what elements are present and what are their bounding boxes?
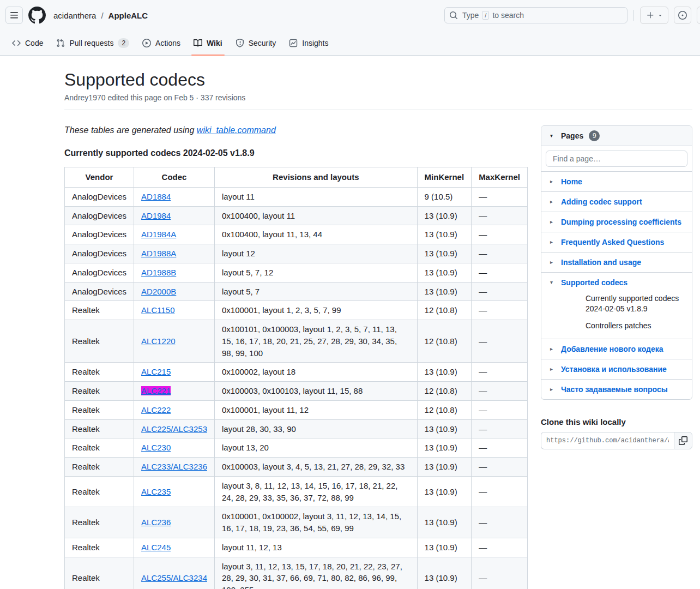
sidebar-page-link[interactable]: Frequently Asked Questions bbox=[561, 238, 664, 247]
find-a-page-input[interactable] bbox=[546, 151, 687, 167]
wiki-table-command-link[interactable]: wiki_table.command bbox=[197, 125, 276, 135]
chevron-down-icon[interactable]: ▾ bbox=[550, 280, 556, 285]
issues-button[interactable] bbox=[674, 7, 691, 24]
codec-link[interactable]: AD1884 bbox=[141, 192, 171, 201]
codec-cell: AD1988A bbox=[134, 244, 215, 263]
sidebar-page-item[interactable]: ▸Home bbox=[541, 172, 692, 192]
codec-cell: ALC215 bbox=[134, 363, 215, 382]
codec-link[interactable]: ALC235 bbox=[141, 487, 171, 496]
codec-link[interactable]: ALC1220 bbox=[141, 336, 176, 346]
shield-icon bbox=[236, 39, 244, 47]
breadcrumb-owner-link[interactable]: acidanthera bbox=[53, 11, 96, 20]
revisions-cell: layout 11, 12, 13 bbox=[215, 538, 418, 557]
sidebar-page-item[interactable]: ▸Часто задаваемые вопросы bbox=[541, 380, 692, 399]
sidebar-page-link[interactable]: Installation and usage bbox=[561, 258, 641, 267]
chevron-right-icon[interactable]: ▸ bbox=[550, 219, 556, 225]
vendor-cell: Realtek bbox=[65, 538, 134, 557]
codec-link[interactable]: ALC255/ALC3234 bbox=[141, 573, 207, 582]
clone-url-input[interactable] bbox=[541, 432, 674, 449]
table-row: AnalogDevicesAD1988Blayout 5, 7, 1213 (1… bbox=[65, 263, 528, 282]
codec-link[interactable]: ALC221 bbox=[141, 386, 171, 395]
chevron-right-icon[interactable]: ▸ bbox=[550, 387, 556, 392]
sidebar-page-link[interactable]: Adding codec support bbox=[561, 197, 642, 206]
revisions-cell: 0x100101, 0x100003, layout 1, 2, 3, 5, 7… bbox=[215, 320, 418, 363]
codec-link[interactable]: ALC230 bbox=[141, 443, 171, 452]
codec-link[interactable]: ALC215 bbox=[141, 367, 171, 376]
codec-link[interactable]: AD1988B bbox=[141, 268, 176, 277]
tab-insights[interactable]: Insights bbox=[285, 31, 333, 55]
sidebar-sub-item[interactable]: Controllers patches bbox=[586, 321, 683, 331]
sidebar-page-link[interactable]: Dumping processing coefficients bbox=[561, 218, 681, 226]
table-row: RealtekALC245layout 11, 12, 1313 (10.9)— bbox=[65, 538, 528, 557]
pages-search-section bbox=[541, 146, 692, 172]
min-kernel-cell: 13 (10.9) bbox=[417, 263, 472, 282]
pages-panel-header[interactable]: ▾ Pages 9 bbox=[541, 126, 692, 146]
codec-link[interactable]: ALC236 bbox=[141, 518, 171, 527]
tab-pull-requests[interactable]: Pull requests2 bbox=[52, 31, 134, 55]
book-icon bbox=[194, 39, 202, 47]
sidebar-page-item[interactable]: ▾Supported codecsCurrently supported cod… bbox=[541, 273, 692, 339]
header-icon-button-partial[interactable] bbox=[697, 7, 700, 24]
sidebar-page-link[interactable]: Часто задаваемые вопросы bbox=[561, 385, 668, 394]
create-new-button[interactable] bbox=[640, 7, 668, 24]
vendor-cell: AnalogDevices bbox=[65, 187, 134, 206]
tab-security[interactable]: Security bbox=[231, 31, 281, 55]
column-header: Codec bbox=[134, 167, 215, 188]
tab-actions[interactable]: Actions bbox=[138, 31, 185, 55]
codec-link[interactable]: AD1988A bbox=[141, 249, 176, 258]
breadcrumb: acidanthera / AppleALC bbox=[53, 11, 148, 20]
codec-link[interactable]: ALC225/ALC3253 bbox=[141, 424, 207, 434]
table-row: RealtekALC235layout 3, 8, 11, 12, 13, 14… bbox=[65, 476, 528, 507]
codec-cell: AD1984A bbox=[134, 225, 215, 244]
chevron-right-icon[interactable]: ▸ bbox=[550, 366, 556, 372]
vendor-cell: Realtek bbox=[65, 301, 134, 320]
sidebar-page-item[interactable]: ▸Adding codec support bbox=[541, 192, 692, 212]
hamburger-menu-button[interactable] bbox=[5, 7, 23, 24]
codec-link[interactable]: ALC245 bbox=[141, 543, 171, 552]
global-header: acidanthera / AppleALC Type / to search bbox=[0, 0, 700, 31]
codec-link[interactable]: AD1984 bbox=[141, 211, 171, 220]
max-kernel-cell: — bbox=[472, 507, 528, 538]
chevron-right-icon[interactable]: ▸ bbox=[550, 260, 556, 265]
sidebar-page-item[interactable]: ▸Установка и использование bbox=[541, 359, 692, 380]
vendor-cell: Realtek bbox=[65, 557, 134, 589]
chevron-right-icon[interactable]: ▸ bbox=[550, 199, 556, 205]
table-row: RealtekALC233/ALC32360x100003, layout 3,… bbox=[65, 458, 528, 477]
github-logo[interactable] bbox=[28, 7, 46, 24]
vendor-cell: Realtek bbox=[65, 400, 134, 419]
breadcrumb-repo-link[interactable]: AppleALC bbox=[108, 11, 148, 20]
chevron-right-icon[interactable]: ▸ bbox=[550, 179, 556, 184]
chevron-right-icon[interactable]: ▸ bbox=[550, 346, 556, 352]
sidebar-page-link[interactable]: Home bbox=[561, 177, 582, 186]
sidebar-page-link[interactable]: Добавление нового кодека bbox=[561, 345, 663, 353]
codec-link[interactable]: AD2000B bbox=[141, 287, 176, 296]
tab-code[interactable]: Code bbox=[8, 31, 47, 55]
revisions-cell: layout 28, 30, 33, 90 bbox=[215, 419, 418, 438]
max-kernel-cell: — bbox=[472, 244, 528, 263]
sidebar-page-item[interactable]: ▸Installation and usage bbox=[541, 253, 692, 273]
sidebar-sub-item[interactable]: Currently supported codecs 2024-02-05 v1… bbox=[586, 293, 683, 314]
sidebar-page-item[interactable]: ▸Frequently Asked Questions bbox=[541, 232, 692, 253]
max-kernel-cell: — bbox=[472, 458, 528, 477]
sidebar-page-item[interactable]: ▸Dumping processing coefficients bbox=[541, 212, 692, 232]
search-input[interactable]: Type / to search bbox=[444, 7, 627, 23]
revisions-cell: layout 3, 8, 11, 12, 13, 14, 15, 16, 17,… bbox=[215, 476, 418, 507]
pages-count-badge: 9 bbox=[589, 130, 600, 141]
sidebar-page-link[interactable]: Установка и использование bbox=[561, 365, 667, 374]
sidebar-page-item[interactable]: ▸Добавление нового кодека bbox=[541, 339, 692, 359]
tab-wiki[interactable]: Wiki bbox=[189, 31, 227, 55]
revisions-cell: 0x100400, layout 11, 13, 44 bbox=[215, 225, 418, 244]
graph-icon bbox=[289, 39, 298, 47]
search-placeholder: Type / to search bbox=[462, 11, 524, 20]
copy-url-button[interactable] bbox=[674, 432, 692, 449]
sidebar-page-link[interactable]: Supported codecs bbox=[561, 278, 627, 287]
max-kernel-cell: — bbox=[472, 301, 528, 320]
codec-link[interactable]: AD1984A bbox=[141, 230, 176, 239]
codec-link[interactable]: ALC233/ALC3236 bbox=[141, 462, 207, 471]
codec-link[interactable]: ALC222 bbox=[141, 405, 171, 414]
codec-link[interactable]: ALC1150 bbox=[141, 305, 174, 315]
tab-label: Pull requests bbox=[69, 39, 113, 47]
wiki-header: Supported codecs Andrey1970 edited this … bbox=[64, 56, 692, 110]
min-kernel-cell: 13 (10.9) bbox=[417, 244, 472, 263]
chevron-right-icon[interactable]: ▸ bbox=[550, 239, 556, 245]
